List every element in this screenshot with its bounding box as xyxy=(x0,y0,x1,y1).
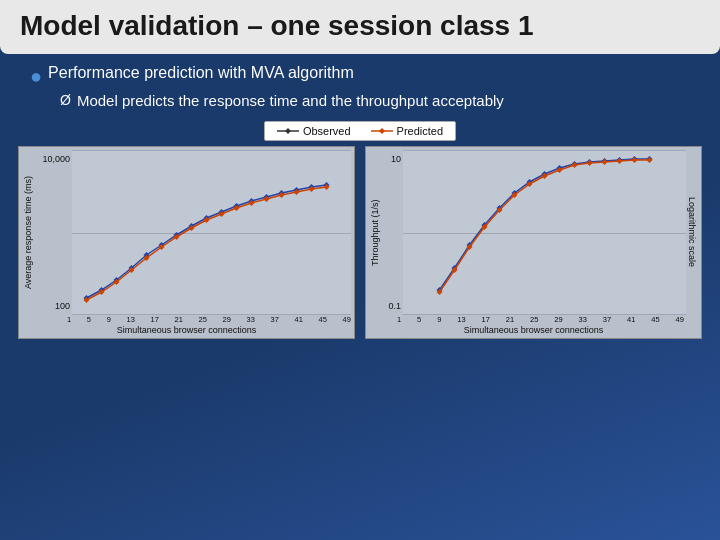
svg-marker-63 xyxy=(587,160,593,166)
svg-marker-62 xyxy=(572,162,578,168)
slide: Model validation – one session class 1 ●… xyxy=(0,0,720,540)
bullet-sub: Ø Model predicts the response time and t… xyxy=(60,92,690,109)
svg-marker-65 xyxy=(617,158,623,164)
bullet-dot-icon: ● xyxy=(30,64,42,88)
legend-observed: Observed xyxy=(277,125,351,137)
svg-marker-1 xyxy=(285,128,291,134)
y-tick-3: 100 xyxy=(36,301,70,311)
y-tick-1: 10,000 xyxy=(36,154,70,164)
svg-marker-66 xyxy=(632,157,638,163)
right-x-axis-label: Simultaneous browser connections xyxy=(369,325,698,335)
chart-legend: Observed Predicted xyxy=(264,121,456,141)
left-y-ticks: 10,000 100 xyxy=(34,150,72,315)
chart-right: Throughput (1/s) 10 0.1 xyxy=(365,146,702,339)
left-x-axis-label: Simultaneous browser connections xyxy=(22,325,351,335)
right-x-ticks: 1 5 9 13 17 21 25 29 33 37 41 45 49 xyxy=(397,315,684,324)
legend-predicted-label: Predicted xyxy=(397,125,443,137)
title-bar: Model validation – one session class 1 xyxy=(0,0,720,54)
ry-tick-3: 0.1 xyxy=(383,301,401,311)
arrow-icon: Ø xyxy=(60,92,71,108)
ry-tick-1: 10 xyxy=(383,154,401,164)
svg-marker-64 xyxy=(602,159,608,165)
bullet-main-text: Performance prediction with MVA algorith… xyxy=(48,64,354,82)
slide-title: Model validation – one session class 1 xyxy=(20,10,534,41)
left-y-axis-label: Average response time (ms) xyxy=(22,150,34,315)
log-scale-label: Logarithmic scale xyxy=(686,150,698,315)
right-chart-svg xyxy=(403,150,686,315)
chart-left: Average response time (ms) 10,000 100 xyxy=(18,146,355,339)
legend-predicted: Predicted xyxy=(371,125,443,137)
right-y-ticks: 10 0.1 xyxy=(381,150,403,315)
bullet-main: ● Performance prediction with MVA algori… xyxy=(30,64,690,88)
content-area: ● Performance prediction with MVA algori… xyxy=(0,64,720,109)
svg-marker-67 xyxy=(647,157,653,163)
left-plot-area xyxy=(72,150,351,315)
legend-observed-label: Observed xyxy=(303,125,351,137)
bullet-sub-text: Model predicts the response time and the… xyxy=(77,92,504,109)
left-chart-svg xyxy=(72,150,351,315)
right-plot-area xyxy=(403,150,686,315)
right-y-axis-label: Throughput (1/s) xyxy=(369,150,381,315)
left-x-ticks: 1 5 9 13 17 21 25 29 33 37 41 45 49 xyxy=(67,315,351,324)
svg-marker-3 xyxy=(379,128,385,134)
